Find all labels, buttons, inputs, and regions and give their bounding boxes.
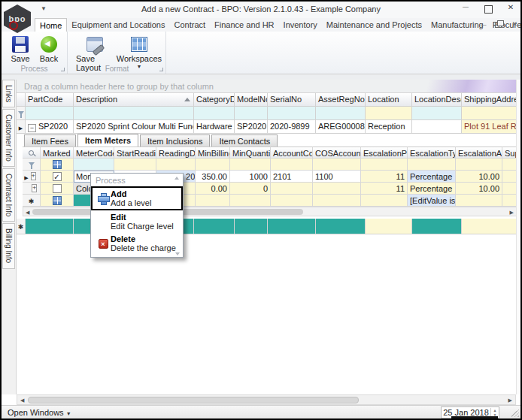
tab-home[interactable]: Home [35, 18, 67, 32]
save-button[interactable]: Save [6, 34, 35, 64]
mdi-close-icon[interactable] [511, 20, 517, 28]
main-horizontal-scrollbar[interactable]: ◀ ▶ [17, 394, 516, 405]
cell-escalationtype[interactable]: Percentage [408, 171, 456, 183]
tab-item-contacts[interactable]: Item Contacts [211, 134, 278, 147]
filter-cell-escalationamount[interactable] [456, 159, 502, 171]
dialog-launcher-icon[interactable] [159, 68, 163, 71]
filter-cell-partcode[interactable] [26, 107, 74, 120]
filter-cell-locationdesc[interactable] [412, 107, 462, 120]
tab-item-inclusions[interactable]: Item Inclusions [140, 134, 210, 147]
cell-escalationamount[interactable]: 10.00 [456, 183, 502, 195]
filter-cell-assetregno[interactable] [316, 107, 366, 120]
resize-grip[interactable] [511, 409, 519, 417]
cell-minbilling[interactable]: 0.00 [196, 183, 230, 195]
cell-cosaccountcode[interactable]: 1100 [313, 171, 361, 183]
column-header-modelno[interactable]: ModelNo [235, 93, 268, 107]
expand-row-icon[interactable] [31, 172, 36, 180]
expand-row-icon[interactable] [32, 184, 37, 192]
cell-locationdesc[interactable] [412, 120, 462, 134]
menu-item-add[interactable]: Add Add a level [91, 186, 183, 210]
cell-marked[interactable] [41, 171, 74, 183]
newrow-cell-partcode[interactable] [26, 219, 74, 234]
filter-cell-modelno[interactable] [235, 107, 268, 120]
cell-location[interactable]: Reception [366, 120, 412, 134]
scroll-left-icon[interactable]: ◀ [20, 397, 24, 403]
tab-contract[interactable]: Contract [170, 18, 211, 32]
dialog-launcher-icon[interactable] [61, 68, 65, 71]
cell-escalationperiod[interactable]: 11 [361, 183, 408, 195]
tab-item-meters[interactable]: Item Meters [77, 134, 138, 147]
column-header-minbilling[interactable]: MinBilling [196, 147, 230, 159]
cell-minquantity[interactable] [230, 195, 271, 207]
sidetab-customer-info[interactable]: Customer Info [2, 109, 15, 167]
column-header-categorydesc[interactable]: CategoryDesc [194, 93, 235, 107]
newrow-cell-serialno[interactable] [268, 219, 316, 234]
scroll-right-icon[interactable]: ▶ [508, 397, 512, 403]
cell-marked[interactable] [41, 195, 74, 207]
cell-accountcode[interactable] [271, 183, 313, 195]
column-header-marked[interactable]: Marked [41, 147, 74, 159]
filter-cell-marked[interactable] [41, 159, 74, 171]
collapse-row-icon[interactable] [28, 124, 36, 132]
cell-escalationtype[interactable]: Percentage [408, 183, 456, 195]
column-header-description[interactable]: Description [74, 93, 194, 107]
scrollbar-thumb[interactable] [28, 397, 359, 403]
newrow-cell-shippingaddress[interactable] [462, 219, 522, 234]
cell-escalationperiod[interactable] [361, 195, 408, 207]
cell-assetregno[interactable]: AREG000083 [316, 120, 366, 134]
column-chooser-cell[interactable] [23, 147, 41, 159]
column-header-minquantity[interactable]: MinQuantity [230, 147, 271, 159]
cell-minquantity[interactable]: 1000 [230, 171, 271, 183]
cell-cosaccountcode[interactable] [313, 183, 361, 195]
cell-escalationtype[interactable]: [EditValue is null] [408, 195, 456, 207]
column-header-cosaccountcode[interactable]: COSAccountCode [313, 147, 361, 159]
sidetab-links[interactable]: Links [2, 80, 15, 107]
column-header-shippingaddress[interactable]: ShippingAddress [462, 93, 522, 107]
cell-description[interactable]: SP2020 Sprint Colour Multi Functional Co… [74, 120, 194, 134]
cell-serialno[interactable]: 2020-9899 [268, 120, 316, 134]
column-header-escalationtype[interactable]: EscalationType [408, 147, 456, 159]
minimize-button[interactable] [460, 2, 471, 11]
back-button[interactable]: Back [35, 34, 63, 64]
newrow-cell-categorydesc[interactable] [194, 219, 235, 234]
column-header-serialno[interactable]: SerialNo [268, 93, 316, 107]
filter-cell-readingdate[interactable] [156, 159, 196, 171]
tab-manufacturing[interactable]: Manufacturing [426, 18, 488, 32]
vertical-scrollbar-track[interactable] [516, 80, 520, 394]
filter-cell-metercode[interactable] [74, 159, 114, 171]
open-windows-button[interactable]: Open Windows ▼ [8, 408, 71, 417]
column-header-locationdesc[interactable]: LocationDesc [412, 93, 462, 107]
filter-cell-accountcode[interactable] [271, 159, 313, 171]
cell-marked[interactable] [41, 183, 74, 195]
tab-equipment-and-locations[interactable]: Equipment and Locations [67, 18, 169, 32]
checkbox-unchecked-icon[interactable] [53, 184, 62, 193]
column-header-location[interactable]: Location [366, 93, 412, 107]
sidetab-contract-info[interactable]: Contract Info [2, 168, 15, 222]
cell-modelno[interactable]: SP2020 [235, 120, 268, 134]
cell-escalationamount[interactable]: 10.00 [456, 171, 502, 183]
filter-cell-startreading[interactable] [114, 159, 156, 171]
cell-minbilling[interactable]: 350.00 [196, 171, 230, 183]
cell-escalationperiod[interactable]: 11 [361, 171, 408, 183]
column-header-accountcode[interactable]: AccountCode [271, 147, 313, 159]
cell-accountcode[interactable] [271, 195, 313, 207]
column-header-assetregno[interactable]: AssetRegNo [316, 93, 366, 107]
filter-cell-description[interactable] [74, 107, 194, 120]
newrow-cell-location[interactable] [366, 219, 412, 234]
filter-cell-serialno[interactable] [268, 107, 316, 120]
newrow-cell-modelno[interactable] [235, 219, 268, 234]
chevron-up-icon[interactable] [175, 177, 179, 180]
column-header-metercode[interactable]: MeterCode [74, 147, 114, 159]
menu-item-edit[interactable]: Edit Edit Charge level [93, 211, 181, 232]
scroll-right-icon[interactable]: ▶ [510, 210, 514, 216]
cell-partcode[interactable]: SP2020 [26, 120, 74, 134]
filter-cell-shippingaddress[interactable] [462, 107, 522, 120]
cell-accountcode[interactable]: 2101 [271, 171, 313, 183]
scroll-left-icon[interactable]: ◀ [26, 210, 29, 216]
column-header-escalationamount[interactable]: EscalationAmount [456, 147, 502, 159]
mdi-minimize-icon[interactable] [480, 20, 486, 28]
filter-cell-cosaccountcode[interactable] [313, 159, 361, 171]
column-header-readingdate[interactable]: ReadingDate [156, 147, 196, 159]
tab-finance-and-hr[interactable]: Finance and HR [210, 18, 279, 32]
cell-escalationamount[interactable] [456, 195, 502, 207]
